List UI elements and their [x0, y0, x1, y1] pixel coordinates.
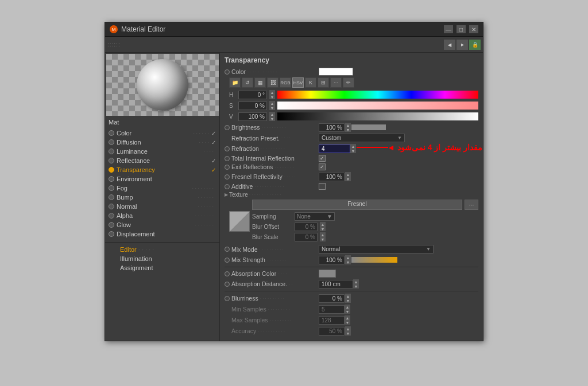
blur-offset-down[interactable]: ▼: [320, 227, 326, 231]
maximize-button[interactable]: □: [457, 25, 466, 33]
sidebar-item-luminance[interactable]: Luminance · · · ·: [105, 147, 219, 156]
fresnel-reflectivity-label: Fresnel Reflectivity · · · · ·: [225, 173, 316, 180]
tool-k[interactable]: K: [305, 77, 316, 88]
toolbar-button-2[interactable]: ▸: [457, 40, 468, 50]
tool-rgb[interactable]: RGB: [280, 77, 291, 88]
fresnel-value[interactable]: [319, 173, 345, 181]
tool-image[interactable]: 🖼: [267, 77, 278, 88]
sidebar-item-displacement[interactable]: Displacement: [105, 229, 219, 239]
toolbar-lock-button[interactable]: 🔒: [469, 40, 481, 50]
absorption-distance-value[interactable]: [319, 280, 353, 288]
max-samples-down[interactable]: ▼: [345, 320, 350, 325]
environment-dot: [109, 176, 114, 182]
refraction-label: Refraction · · · · · · · · · ·: [225, 145, 316, 152]
additive-checkbox[interactable]: [319, 183, 326, 190]
brightness-spin-down[interactable]: ▼: [345, 127, 351, 132]
sidebar-item-color[interactable]: Color · · · · · · ✓: [105, 128, 219, 138]
absorption-distance-down[interactable]: ▼: [353, 284, 359, 288]
sidebar-item-fog[interactable]: Fog · · · · · · · ·: [105, 184, 219, 193]
blur-scale-down[interactable]: ▼: [320, 237, 326, 241]
blur-scale-input[interactable]: [295, 233, 318, 241]
sidebar-item-glow[interactable]: Glow · · · · · · ·: [105, 220, 219, 229]
blur-offset-label: Blur Offset: [252, 224, 292, 230]
tool-layers[interactable]: ▦: [254, 77, 266, 88]
s-input[interactable]: [238, 102, 267, 110]
refraction-spin-up[interactable]: ▲: [350, 144, 356, 149]
s-spin-down[interactable]: ▼: [269, 106, 275, 110]
h-input[interactable]: [238, 91, 267, 99]
min-samples-down[interactable]: ▼: [345, 309, 350, 314]
sidebar-item-transparency[interactable]: Transparency ✓: [105, 165, 219, 174]
v-input[interactable]: [238, 112, 267, 121]
color-swatch[interactable]: [319, 68, 353, 76]
exit-reflections-row: Exit Reflections · · · · · · · · ✓: [225, 163, 478, 170]
tool-hsv[interactable]: HSV: [292, 77, 304, 88]
blurriness-down[interactable]: ▼: [345, 298, 351, 303]
sidebar-item-diffusion[interactable]: Diffusion · · · · ✓: [105, 138, 219, 147]
exit-reflections-checkbox[interactable]: ✓: [319, 163, 326, 170]
absorption-color-label: Absorption Color · · · ·: [225, 270, 316, 277]
v-spin-down[interactable]: ▼: [269, 116, 275, 121]
close-button[interactable]: ✕: [469, 25, 478, 33]
normal-dot: [109, 204, 114, 209]
color-field-dot: [225, 69, 230, 75]
min-samples-value[interactable]: [319, 305, 345, 314]
max-samples-value[interactable]: [319, 316, 345, 325]
mix-strength-up[interactable]: ▲: [345, 255, 351, 260]
sampling-dropdown[interactable]: None ▼: [295, 212, 335, 221]
brightness-value[interactable]: [319, 123, 345, 132]
blur-offset-up[interactable]: ▲: [320, 222, 326, 227]
refraction-input[interactable]: [319, 145, 350, 153]
minimize-button[interactable]: —: [444, 25, 453, 33]
sidebar-sub-assignment[interactable]: Assignment: [117, 263, 219, 272]
tool-dots[interactable]: ···: [330, 77, 342, 88]
toolbar-arrow-button[interactable]: ◄: [444, 40, 455, 50]
v-row: V ▲ ▼: [229, 112, 478, 121]
hue-bar[interactable]: [277, 91, 478, 99]
s-spin-up[interactable]: ▲: [269, 101, 275, 106]
absorption-distance-up[interactable]: ▲: [353, 279, 359, 284]
sidebar-item-environment[interactable]: Environment: [105, 174, 219, 184]
sidebar-items: Color · · · · · · ✓ Diffusion · · · · ✓ …: [105, 127, 219, 240]
fresnel-button[interactable]: Fresnel: [252, 200, 462, 210]
accuracy-down[interactable]: ▼: [345, 331, 351, 336]
dots-button[interactable]: ···: [465, 200, 478, 210]
absorption-color-swatch[interactable]: [319, 270, 336, 278]
material-preview: [106, 54, 219, 116]
sidebar-item-normal[interactable]: Normal · · · · · ·: [105, 202, 219, 211]
min-samples-up[interactable]: ▲: [345, 305, 350, 309]
texture-expand[interactable]: ▶ Texture · · · · · · · · · · · · ·: [225, 192, 478, 198]
fresnel-spin-down[interactable]: ▼: [345, 177, 351, 181]
blur-scale-up[interactable]: ▲: [320, 232, 326, 237]
max-samples-up[interactable]: ▲: [345, 315, 350, 320]
sidebar-item-alpha[interactable]: Alpha · · · · · · ·: [105, 211, 219, 220]
exit-reflections-dot: [225, 165, 230, 170]
accuracy-up[interactable]: ▲: [345, 326, 351, 331]
tool-grid[interactable]: ⊞: [318, 77, 329, 88]
sidebar-item-bump[interactable]: Bump · · · · · ·: [105, 193, 219, 202]
mix-strength-value[interactable]: [319, 256, 345, 264]
sidebar-item-reflectance[interactable]: Reflectance ✓: [105, 156, 219, 165]
h-spin-down[interactable]: ▼: [269, 95, 275, 99]
fresnel-spin-up[interactable]: ▲: [345, 172, 351, 177]
v-spin-up[interactable]: ▲: [269, 112, 275, 116]
sidebar-sub-illumination[interactable]: Illumination: [117, 254, 219, 263]
refraction-preset-dropdown[interactable]: Custom ▼: [319, 134, 405, 142]
val-bar[interactable]: [277, 112, 478, 120]
sat-bar[interactable]: [277, 102, 478, 110]
sphere-preview: [137, 59, 188, 111]
blurriness-up[interactable]: ▲: [345, 294, 351, 298]
accuracy-value[interactable]: [319, 327, 345, 336]
h-spin-up[interactable]: ▲: [269, 90, 275, 95]
tool-folder[interactable]: 📁: [229, 77, 241, 88]
refraction-spin-down[interactable]: ▼: [350, 149, 356, 153]
mix-mode-dropdown[interactable]: Normal ▼: [319, 245, 434, 254]
blurriness-value[interactable]: [319, 294, 345, 303]
tool-pencil[interactable]: ✏: [343, 77, 354, 88]
sidebar-sub-editor[interactable]: Editor · · · · ·: [117, 245, 219, 254]
brightness-spin-up[interactable]: ▲: [345, 123, 351, 127]
total-internal-checkbox[interactable]: ✓: [319, 155, 326, 162]
mix-strength-down[interactable]: ▼: [345, 260, 351, 264]
blur-offset-input[interactable]: [295, 223, 318, 231]
tool-refresh[interactable]: ↺: [242, 77, 253, 88]
